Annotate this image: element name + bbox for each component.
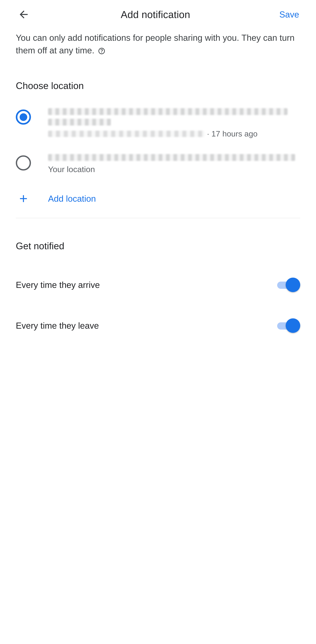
app-header: Add notification Save	[0, 0, 316, 29]
location-option[interactable]: Your location	[16, 146, 300, 182]
add-location-button[interactable]: Add location	[16, 182, 300, 218]
description-content: You can only add notifications for peopl…	[16, 33, 294, 55]
switch-thumb	[286, 318, 300, 333]
arrow-left-icon	[18, 8, 30, 20]
location-option-body: · 17 hours ago	[48, 108, 300, 138]
choose-location-title: Choose location	[0, 57, 316, 92]
redacted-address-line	[48, 119, 111, 126]
radio-selected[interactable]	[16, 110, 31, 124]
location-option[interactable]: · 17 hours ago	[16, 100, 300, 146]
toggle-label: Every time they arrive	[16, 280, 100, 290]
back-button[interactable]	[16, 6, 32, 22]
help-circle-icon	[98, 47, 105, 55]
description-text: You can only add notifications for peopl…	[0, 29, 316, 57]
toggle-switch-arrive[interactable]	[277, 278, 300, 292]
plus-icon	[16, 191, 31, 206]
location-timestamp: · 17 hours ago	[207, 129, 258, 138]
add-location-label: Add location	[48, 194, 96, 204]
switch-thumb	[286, 278, 300, 292]
radio-unselected[interactable]	[16, 156, 31, 170]
redacted-address-line	[48, 154, 295, 161]
your-location-label: Your location	[48, 164, 300, 174]
toggle-row-arrive: Every time they arrive	[16, 251, 300, 292]
redacted-address-line	[48, 131, 204, 137]
redacted-address-line	[48, 108, 287, 115]
location-option-body: Your location	[48, 154, 300, 174]
toggle-label: Every time they leave	[16, 320, 99, 330]
get-notified-title: Get notified	[16, 218, 300, 251]
toggle-row-leave: Every time they leave	[16, 292, 300, 333]
help-button[interactable]	[98, 47, 105, 55]
location-options: · 17 hours ago Your location Add locat	[0, 92, 316, 218]
page-title: Add notification	[32, 9, 279, 20]
save-button[interactable]: Save	[279, 10, 300, 20]
toggle-switch-leave[interactable]	[277, 318, 300, 333]
